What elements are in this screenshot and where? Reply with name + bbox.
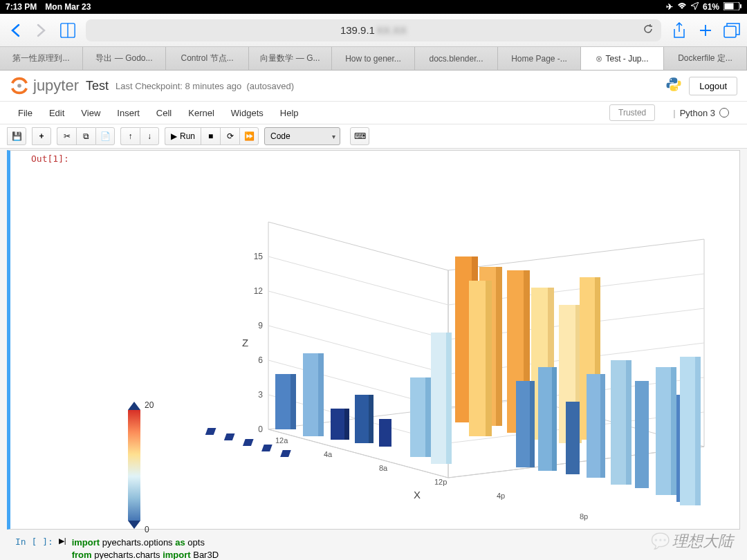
safari-tab[interactable]: How to gener... [332,47,415,70]
forward-button[interactable] [33,22,50,39]
share-icon[interactable] [671,22,688,39]
menu-file[interactable]: File [10,105,41,121]
back-button[interactable] [7,22,24,39]
svg-text:15: 15 [254,252,264,261]
svg-rect-38 [410,377,425,457]
ios-status-bar: 7:13 PM Mon Mar 23 ✈︎ 61% [0,0,747,14]
svg-text:6: 6 [258,355,263,365]
svg-text:X: X [414,489,421,501]
svg-rect-56 [516,381,530,467]
restart-run-button[interactable]: ⏩ [239,127,259,145]
celltype-select[interactable]: Code [264,127,340,145]
svg-text:0: 0 [258,424,263,434]
menu-edit[interactable]: Edit [41,105,73,121]
paste-button[interactable]: 📄 [95,127,115,145]
svg-rect-26 [243,439,254,446]
svg-rect-31 [303,353,318,436]
menu-widgets[interactable]: Widgets [223,105,272,121]
svg-rect-1 [725,3,734,9]
safari-tab[interactable]: 向量数学 — G... [249,47,332,70]
visual-map[interactable]: 20 0 [128,402,146,533]
svg-text:12: 12 [254,286,264,296]
svg-rect-3 [724,26,736,37]
address-text: 139.9.1 [340,24,375,36]
menu-help[interactable]: Help [272,105,307,121]
svg-text:12p: 12p [434,478,447,486]
location-icon [691,2,699,12]
address-bar[interactable]: 139.9.1 XX.XX [86,19,661,41]
move-up-button[interactable]: ↑ [120,127,140,145]
interrupt-button[interactable]: ■ [201,127,220,145]
svg-text:8p: 8p [580,512,588,521]
new-tab-icon[interactable] [697,22,714,39]
svg-rect-2 [740,4,741,8]
notebook-area: Out[1]: 0 3 [0,149,747,559]
kernel-status-icon [719,108,729,118]
jupyter-logo[interactable]: jupyter [10,76,79,95]
svg-rect-59 [552,367,557,471]
vm-max: 20 [145,400,154,410]
svg-line-11 [268,326,448,374]
code-editor[interactable]: import pyecharts.options as opts from py… [72,536,219,559]
output-cell[interactable]: Out[1]: 0 3 [7,150,740,530]
input-cell[interactable]: In [ ]: ▶| import pyecharts.options as o… [7,534,740,559]
svg-rect-28 [280,450,291,457]
run-cell-icon[interactable]: ▶| [59,536,66,545]
bar3d-svg: 0 3 6 9 12 15 Z [66,167,734,526]
bar3d-chart[interactable]: 0 3 6 9 12 15 Z [66,167,734,526]
svg-rect-62 [600,374,605,478]
wifi-icon [677,2,687,12]
safari-toolbar: 139.9.1 XX.XX [0,14,747,47]
svg-rect-61 [587,374,600,478]
safari-tab-strip: 第一性原理到... 导出 — Godo... Control 节点... 向量数… [0,47,747,71]
reload-icon[interactable] [642,23,654,37]
svg-rect-29 [275,374,290,429]
cut-button[interactable]: ✂ [57,127,76,145]
safari-tab[interactable]: Control 节点... [166,47,249,70]
safari-tab[interactable]: Dockerfile 定... [664,47,747,70]
svg-text:4a: 4a [324,450,333,458]
copy-button[interactable]: ⧉ [76,127,95,145]
move-down-button[interactable]: ↓ [140,127,159,145]
menu-kernel[interactable]: Kernel [180,105,223,121]
svg-rect-58 [538,367,552,471]
menu-insert[interactable]: Insert [109,105,148,121]
python-logo-icon [665,76,682,95]
restart-button[interactable]: ⟳ [220,127,239,145]
safari-tab[interactable]: Home Page -... [498,47,581,70]
svg-rect-33 [331,409,344,440]
svg-rect-37 [379,419,391,447]
trusted-badge[interactable]: Trusted [609,104,655,121]
kernel-indicator[interactable]: | Python 3 [665,105,737,121]
svg-rect-27 [261,445,273,451]
svg-rect-39 [425,377,431,457]
logout-button[interactable]: Logout [689,77,737,95]
svg-rect-34 [344,409,349,440]
tabs-icon[interactable] [723,22,740,39]
svg-text:8a: 8a [379,464,388,472]
svg-rect-57 [530,381,535,467]
notebook-title[interactable]: Test [86,79,109,93]
run-button[interactable]: ▶ Run [165,127,201,145]
safari-tab-active[interactable]: ⊗ Test - Jup... [581,47,664,70]
svg-point-4 [17,84,21,88]
svg-point-6 [676,88,677,90]
checkpoint-label: Last Checkpoint: 8 minutes ago (autosave… [116,81,294,91]
save-button[interactable]: 💾 [7,127,26,145]
safari-tab[interactable]: 第一性原理到... [0,47,83,70]
watermark: 💬 理想大陆 [651,531,733,552]
command-palette-button[interactable]: ⌨ [350,127,369,145]
svg-line-13 [268,291,448,339]
menu-cell[interactable]: Cell [148,105,180,121]
add-cell-button[interactable]: + [32,127,51,145]
close-icon[interactable]: ⊗ [596,54,602,64]
status-time: 7:13 PM [6,2,37,12]
svg-rect-46 [469,281,486,436]
menu-view[interactable]: View [73,105,109,121]
battery-percent: 61% [703,2,719,12]
safari-tab[interactable]: 导出 — Godo... [83,47,166,70]
bookmarks-icon[interactable] [59,22,76,39]
safari-tab[interactable]: docs.blender... [415,47,498,70]
svg-rect-47 [486,281,492,436]
svg-rect-41 [446,333,452,464]
